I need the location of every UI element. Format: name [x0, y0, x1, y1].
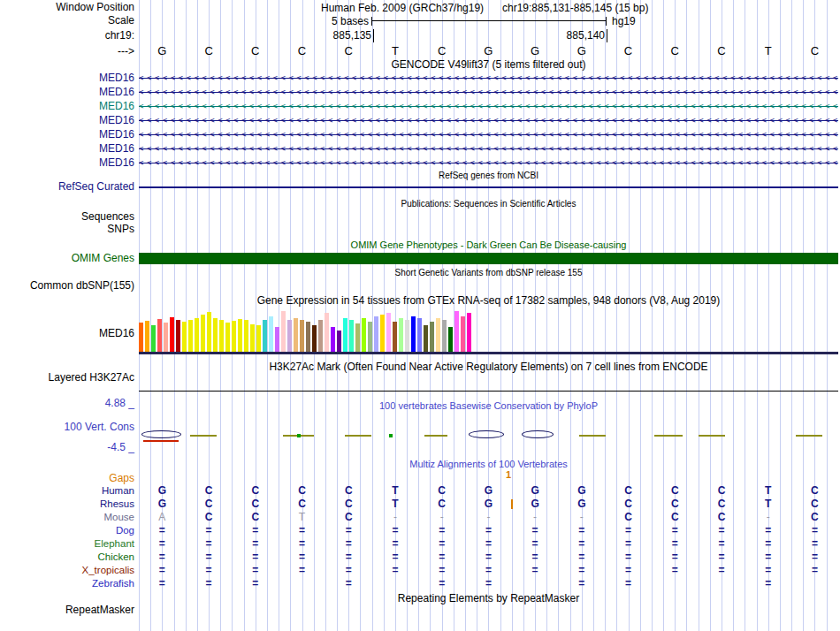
alignment-row: ACCTC-----CCC-C — [139, 511, 838, 524]
alignment-base: C — [652, 484, 699, 498]
phylop-max-value: 4.88 _ — [0, 398, 134, 409]
gencode-item-label[interactable]: MED16 — [0, 99, 134, 113]
alignment-base: = — [325, 564, 372, 577]
snps-track-label[interactable]: SNPs — [0, 224, 134, 235]
multiz-track-title[interactable]: Multiz Alignments of 100 Vertebrates — [139, 459, 838, 469]
alignment-base: T — [745, 498, 791, 511]
alignment-row: =============== — [139, 551, 838, 564]
gencode-item-label[interactable]: MED16 — [0, 85, 134, 99]
alignment-base: = — [139, 564, 186, 577]
alignment-base: C — [699, 498, 745, 511]
phylop-track-title[interactable]: 100 vertebrates Basewise Conservation by… — [139, 400, 838, 411]
multiz-row: HumanGCCCCTCGGGCCCTC — [0, 484, 840, 498]
gencode-item-label[interactable]: MED16 — [0, 156, 134, 170]
gtex-bars[interactable] — [139, 309, 838, 352]
alignment-base: C — [605, 511, 652, 524]
common-dbsnp-label[interactable]: Common dbSNP(155) — [0, 280, 134, 292]
gencode-transcript-row[interactable]: MED16<<<<<<<<<<<<<<<<<<<<<<<<<<<<<<<<<<<… — [0, 156, 840, 170]
base-ruler-track[interactable]: GCCCCTCGGGCCCTC — [139, 44, 838, 57]
gtex-tissue-bar — [219, 320, 224, 352]
refseq-gene-item[interactable] — [139, 186, 838, 188]
alignment-base: = — [372, 564, 419, 577]
phylop-marks[interactable] — [139, 429, 838, 445]
species-label[interactable]: Human — [0, 484, 134, 498]
refseq-curated-label[interactable]: RefSeq Curated — [0, 181, 134, 193]
species-label[interactable]: Dog — [0, 524, 134, 537]
alignment-base: A — [139, 511, 186, 524]
strand-arrows: <<<<<<<<<<<<<<<<<<<<<<<<<<<<<<<<<<<<<<<<… — [139, 113, 838, 127]
alignment-base: C — [652, 498, 699, 511]
species-label[interactable]: Chicken — [0, 551, 134, 564]
gencode-transcript-row[interactable]: MED16<<<<<<<<<<<<<<<<<<<<<<<<<<<<<<<<<<<… — [0, 99, 840, 113]
h3k27ac-track-title[interactable]: H3K27Ac Mark (Often Found Near Active Re… — [139, 361, 838, 373]
species-label[interactable]: Mouse — [0, 511, 134, 524]
gtex-tissue-bar — [343, 318, 347, 352]
gtex-tissue-bar — [238, 319, 242, 352]
alignment-base: = — [465, 524, 512, 537]
species-label[interactable]: Zebrafish — [0, 577, 134, 590]
refseq-track-title[interactable]: RefSeq genes from NCBI — [139, 171, 838, 180]
gtex-tissue-bar — [263, 320, 267, 352]
gencode-item-label[interactable]: MED16 — [0, 141, 134, 156]
gencode-item-label[interactable]: MED16 — [0, 113, 134, 127]
alignment-base: = — [279, 524, 325, 537]
dbsnp-track-title[interactable]: Short Genetic Variants from dbSNP releas… — [139, 268, 838, 277]
publications-track-title[interactable]: Publications: Sequences in Scientific Ar… — [139, 199, 838, 209]
alignment-base: = — [512, 524, 559, 537]
gtex-tissue-bar — [269, 316, 273, 352]
gencode-item-label[interactable]: MED16 — [0, 71, 134, 85]
alignment-base: = — [372, 537, 419, 551]
alignment-base: = — [745, 524, 791, 537]
gtex-gene-label[interactable]: MED16 — [0, 328, 134, 339]
ucsc-genome-browser: Window Position Human Feb. 2009 (GRCh37/… — [0, 0, 840, 631]
phylop-mark-oval — [522, 430, 554, 438]
gencode-transcript-row[interactable]: MED16<<<<<<<<<<<<<<<<<<<<<<<<<<<<<<<<<<<… — [0, 71, 840, 85]
repeatmasker-label[interactable]: RepeatMasker — [0, 604, 134, 616]
sequences-track-label[interactable]: Sequences — [0, 211, 134, 223]
ruler-base: C — [325, 44, 372, 57]
gencode-transcript-row[interactable]: MED16<<<<<<<<<<<<<<<<<<<<<<<<<<<<<<<<<<<… — [0, 141, 840, 156]
gtex-tissue-bar — [306, 322, 310, 352]
strand-arrows: <<<<<<<<<<<<<<<<<<<<<<<<<<<<<<<<<<<<<<<<… — [139, 156, 838, 170]
alignment-base: = — [791, 551, 838, 564]
species-label[interactable]: X_tropicalis — [0, 564, 134, 577]
gaps-label[interactable]: Gaps — [0, 473, 134, 484]
gencode-transcript-row[interactable]: MED16<<<<<<<<<<<<<<<<<<<<<<<<<<<<<<<<<<<… — [0, 85, 840, 99]
gtex-tissue-bar — [225, 323, 230, 352]
alignment-base — [652, 577, 699, 590]
alignment-base: = — [279, 564, 325, 577]
alignment-base: = — [791, 524, 838, 537]
alignment-base: G — [465, 498, 512, 511]
vert-cons-label[interactable]: 100 Vert. Cons — [0, 422, 134, 433]
alignment-base: C — [186, 498, 233, 511]
transcript-graphic: <<<<<<<<<<<<<<<<<<<<<<<<<<<<<<<<<<<<<<<<… — [139, 99, 838, 113]
omim-genes-label[interactable]: OMIM Genes — [0, 253, 134, 264]
omim-gene-item[interactable] — [139, 253, 838, 264]
gencode-items: MED16<<<<<<<<<<<<<<<<<<<<<<<<<<<<<<<<<<<… — [0, 71, 840, 170]
alignment-base: = — [372, 551, 419, 564]
ruler-base: C — [699, 44, 745, 57]
gtex-tissue-bar — [436, 318, 440, 352]
species-label[interactable]: Rhesus — [0, 498, 134, 511]
gtex-tissue-bar — [380, 315, 385, 352]
gencode-item-label[interactable]: MED16 — [0, 127, 134, 141]
gencode-transcript-row[interactable]: MED16<<<<<<<<<<<<<<<<<<<<<<<<<<<<<<<<<<<… — [0, 113, 840, 127]
alignment-base: = — [139, 551, 186, 564]
gencode-track-title[interactable]: GENCODE V49lift37 (5 items filtered out) — [139, 58, 838, 71]
gencode-transcript-row[interactable]: MED16<<<<<<<<<<<<<<<<<<<<<<<<<<<<<<<<<<<… — [0, 127, 840, 141]
gtex-track-title[interactable]: Gene Expression in 54 tissues from GTEx … — [139, 294, 838, 307]
gtex-tissue-bar — [151, 325, 156, 352]
alignment-base: C — [186, 484, 233, 498]
repeatmasker-track-title[interactable]: Repeating Elements by RepeatMasker — [139, 592, 838, 604]
alignment-base: = — [512, 537, 559, 551]
alignment-base: - — [372, 511, 419, 524]
alignment-base — [279, 577, 325, 590]
gtex-tissue-bar — [275, 327, 279, 352]
alignment-base: C — [325, 498, 372, 511]
gtex-tissue-bar — [145, 321, 149, 352]
species-label[interactable]: Elephant — [0, 537, 134, 551]
layered-h3k27ac-label[interactable]: Layered H3K27Ac — [0, 372, 134, 384]
gtex-tissue-bar — [325, 313, 329, 352]
alignment-base: = — [699, 524, 745, 537]
omim-track-title[interactable]: OMIM Gene Phenotypes - Dark Green Can Be… — [139, 239, 838, 250]
